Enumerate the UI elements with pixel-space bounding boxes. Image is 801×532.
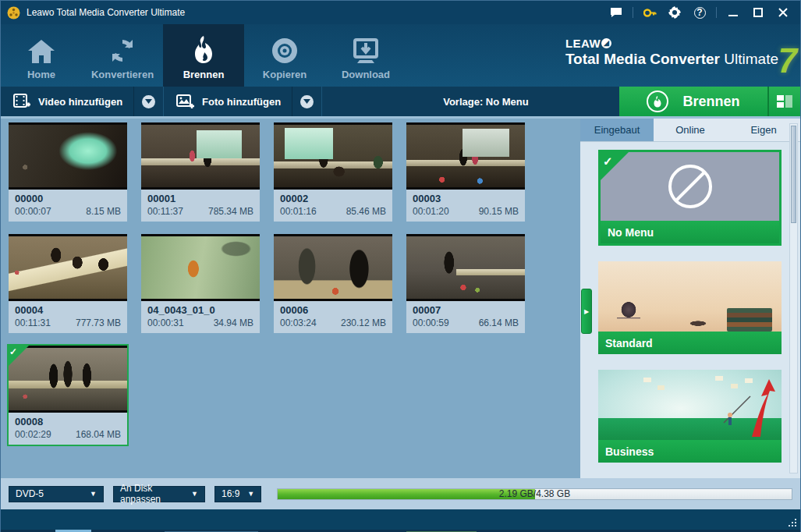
- maximize-button[interactable]: [747, 4, 769, 21]
- lamp-art: [617, 300, 640, 332]
- panel-scrollbar[interactable]: [789, 123, 798, 473]
- nav-item-home[interactable]: Home: [1, 24, 82, 87]
- video-size: 90.15 MB: [479, 206, 519, 217]
- aspect-ratio-value: 16:9: [222, 488, 239, 499]
- video-card[interactable]: 00002 00:01:1685.46 MB: [274, 122, 392, 222]
- video-name: 00001: [147, 193, 253, 204]
- video-card[interactable]: 00007 00:00:5966.14 MB: [406, 234, 525, 333]
- chevron-down-icon: [142, 95, 155, 108]
- main-nav: Home Konvertieren Brennen Kopieren Downl…: [1, 24, 800, 87]
- product-edition: Ultimate: [724, 51, 778, 67]
- video-duration: 00:02:29: [15, 429, 51, 440]
- standard-preview: [598, 261, 782, 332]
- main-area: 00000 00:00:078.15 MB 00001 00:11:37785.…: [1, 116, 800, 478]
- app-logo-icon: [7, 6, 20, 20]
- brand-o-icon: ◢: [601, 38, 611, 48]
- video-name: 00008: [15, 416, 121, 427]
- view-layout-button[interactable]: [767, 87, 800, 116]
- flame-circle-icon: [647, 90, 668, 112]
- collapse-panel-handle[interactable]: ▶: [581, 289, 592, 334]
- layout-icon: [777, 95, 792, 108]
- brand-name: LEAW: [565, 37, 601, 50]
- nav-label: Brennen: [183, 69, 225, 80]
- video-duration: 00:11:37: [147, 206, 183, 217]
- add-video-button[interactable]: Video hinzufügen: [1, 87, 133, 116]
- video-name: 04_0043_01_0: [147, 304, 253, 316]
- prohibition-icon: [666, 162, 714, 211]
- settings-gear-icon[interactable]: [664, 4, 686, 21]
- download-icon: [352, 32, 380, 65]
- brand-logo: LEAW◢ Total Media Converter Ultimate 7: [565, 37, 778, 68]
- help-icon[interactable]: ?: [689, 4, 711, 21]
- template-business[interactable]: Business: [598, 370, 782, 463]
- tab-eingebaut[interactable]: Eingebaut: [580, 119, 654, 141]
- video-duration: 00:00:59: [413, 317, 449, 328]
- video-thumbnail: [406, 234, 525, 301]
- nav-item-brennen[interactable]: Brennen: [163, 24, 244, 87]
- video-card[interactable]: 00001 00:11:37785.34 MB: [141, 122, 260, 222]
- add-video-dropdown[interactable]: [133, 87, 164, 116]
- video-duration: 00:00:31: [147, 317, 184, 328]
- video-size: 8.15 MB: [86, 206, 121, 217]
- add-video-label: Video hinzufügen: [38, 96, 122, 108]
- resize-grip[interactable]: [787, 517, 796, 527]
- fit-mode-select[interactable]: An Disk anpassen ▼: [113, 486, 205, 502]
- video-name: 00002: [280, 193, 386, 204]
- video-card[interactable]: 00003 00:01:2090.15 MB: [406, 122, 525, 222]
- video-card[interactable]: 00000 00:00:078.15 MB: [9, 122, 127, 222]
- phone-art: [685, 321, 711, 330]
- add-photo-button[interactable]: Foto hinzufügen: [164, 87, 292, 116]
- tab-online[interactable]: Online: [654, 119, 727, 141]
- video-grid: 00000 00:00:078.15 MB 00001 00:11:37785.…: [1, 119, 580, 478]
- scrollbar-thumb[interactable]: [791, 126, 796, 223]
- video-thumbnail: [141, 234, 260, 301]
- template-caption: Standard: [598, 332, 782, 354]
- close-button[interactable]: [772, 4, 794, 21]
- fit-mode-value: An Disk anpassen: [120, 483, 183, 505]
- video-card-selected[interactable]: ✓ 00008 00:02:29168.04 MB: [9, 346, 127, 445]
- template-tabs: Eingebaut Online Eigen: [580, 119, 800, 142]
- video-thumbnail: [141, 122, 260, 190]
- home-icon: [27, 32, 56, 65]
- video-duration: 00:00:07: [15, 206, 51, 217]
- template-list: ✓ No Menu Standard: [580, 142, 800, 478]
- minimize-button[interactable]: [722, 4, 744, 21]
- collapse-arrow-icon: ▶: [584, 308, 589, 315]
- bottom-bar: DVD-5 ▼ An Disk anpassen ▼ 16:9 ▼ 2.19 G…: [1, 478, 800, 509]
- template-no-menu[interactable]: ✓ No Menu: [598, 150, 782, 246]
- app-window: Leawo Total Media Converter Ultimate ?: [0, 0, 801, 532]
- video-size: 34.94 MB: [214, 317, 253, 328]
- aspect-ratio-select[interactable]: 16:9 ▼: [214, 486, 261, 502]
- chevron-down-icon: [300, 95, 314, 108]
- video-size: 777.73 MB: [76, 317, 121, 328]
- burn-button-label: Brennen: [682, 94, 739, 110]
- add-photo-dropdown[interactable]: [292, 87, 322, 116]
- video-thumbnail: [274, 122, 392, 190]
- video-card[interactable]: 04_0043_01_0 00:00:3134.94 MB: [141, 234, 260, 333]
- status-bar: [1, 509, 800, 530]
- video-card[interactable]: 00004 00:11:31777.73 MB: [9, 234, 127, 333]
- disc-format-select[interactable]: DVD-5 ▼: [9, 486, 104, 502]
- convert-icon: [108, 32, 136, 65]
- video-duration: 00:01:20: [413, 206, 449, 217]
- video-card[interactable]: 00006 00:03:24230.12 MB: [274, 234, 392, 333]
- business-preview: [598, 370, 782, 440]
- titlebar: Leawo Total Media Converter Ultimate ?: [1, 1, 800, 24]
- template-caption: Business: [598, 440, 782, 463]
- nav-item-konvertieren[interactable]: Konvertieren: [82, 24, 163, 87]
- feedback-message-icon[interactable]: [605, 4, 627, 21]
- selected-check-icon: ✓: [9, 346, 29, 366]
- arrow-art: [722, 374, 777, 437]
- template-standard[interactable]: Standard: [598, 261, 782, 354]
- nav-item-kopieren[interactable]: Kopieren: [244, 24, 325, 87]
- video-thumbnail: [9, 234, 127, 301]
- selected-check-icon: ✓: [601, 152, 629, 180]
- video-duration: 00:01:16: [280, 206, 317, 217]
- toolbar: Video hinzufügen Foto hinzufügen Vorlage…: [1, 87, 800, 116]
- nav-label: Konvertieren: [91, 69, 154, 80]
- register-key-icon[interactable]: [639, 4, 661, 21]
- nav-item-download[interactable]: Download: [325, 24, 406, 87]
- nav-label: Home: [27, 69, 55, 80]
- burn-button[interactable]: Brennen: [619, 87, 767, 116]
- disc-usage-label: 2.19 GB/4.38 GB: [278, 489, 792, 499]
